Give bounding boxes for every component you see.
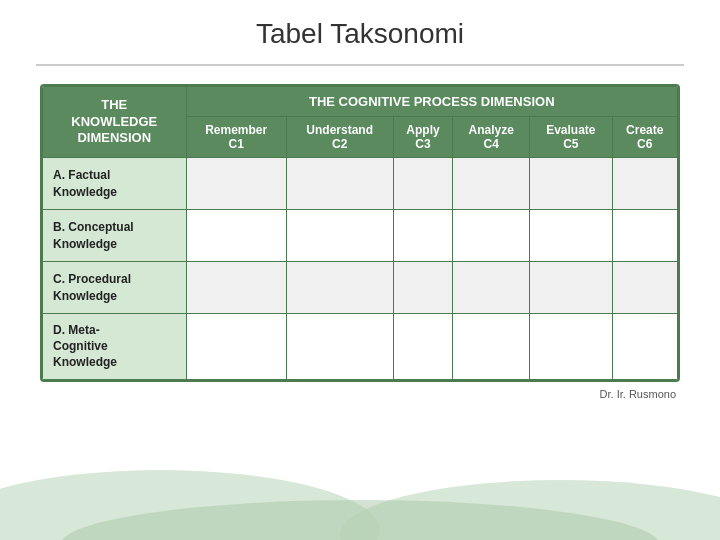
table-row: D. Meta- Cognitive Knowledge [43,314,678,380]
procedural-analyze-cell [453,262,530,314]
table-row: C. Procedural Knowledge [43,262,678,314]
factual-remember-cell [186,158,286,210]
col-analyze: Analyze C4 [453,117,530,158]
cognitive-process-header: THE COGNITIVE PROCESS DIMENSION [186,87,677,117]
conceptual-understand-cell [286,210,393,262]
taxonomy-table: THE KNOWLEDGE DIMENSION THE COGNITIVE PR… [42,86,678,380]
col-apply: Apply C3 [393,117,453,158]
col-remember: Remember C1 [186,117,286,158]
factual-understand-cell [286,158,393,210]
metacognitive-analyze-cell [453,314,530,380]
conceptual-evaluate-cell [530,210,612,262]
knowledge-dimension-header: THE KNOWLEDGE DIMENSION [43,87,187,158]
conceptual-apply-cell [393,210,453,262]
background-decoration [0,440,720,540]
conceptual-remember-cell [186,210,286,262]
procedural-create-cell [612,262,678,314]
metacognitive-evaluate-cell [530,314,612,380]
header-top-row: THE KNOWLEDGE DIMENSION THE COGNITIVE PR… [43,87,678,117]
conceptual-analyze-cell [453,210,530,262]
factual-evaluate-cell [530,158,612,210]
metacognitive-remember-cell [186,314,286,380]
procedural-apply-cell [393,262,453,314]
procedural-understand-cell [286,262,393,314]
factual-analyze-cell [453,158,530,210]
taxonomy-table-wrapper: THE KNOWLEDGE DIMENSION THE COGNITIVE PR… [40,84,680,382]
factual-create-cell [612,158,678,210]
row-conceptual-label: B. Conceptual Knowledge [43,210,187,262]
table-row: B. Conceptual Knowledge [43,210,678,262]
metacognitive-create-cell [612,314,678,380]
page-title: Tabel Taksonomi [0,0,720,64]
title-divider [36,64,684,66]
procedural-remember-cell [186,262,286,314]
factual-apply-cell [393,158,453,210]
metacognitive-apply-cell [393,314,453,380]
conceptual-create-cell [612,210,678,262]
col-understand: Understand C2 [286,117,393,158]
row-procedural-label: C. Procedural Knowledge [43,262,187,314]
metacognitive-understand-cell [286,314,393,380]
col-create: Create C6 [612,117,678,158]
row-metacognitive-label: D. Meta- Cognitive Knowledge [43,314,187,380]
procedural-evaluate-cell [530,262,612,314]
table-row: A. Factual Knowledge [43,158,678,210]
row-factual-label: A. Factual Knowledge [43,158,187,210]
col-evaluate: Evaluate C5 [530,117,612,158]
footer-credit: Dr. Ir. Rusmono [0,382,720,400]
